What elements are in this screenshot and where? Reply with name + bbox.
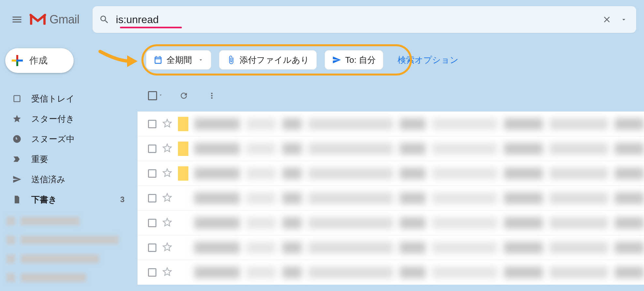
sidebar-item-starred[interactable]: スター付き (0, 109, 138, 129)
gmail-logo[interactable]: Gmail (29, 13, 80, 26)
chip-label: 全期間 (167, 54, 192, 66)
more-button[interactable] (205, 89, 219, 103)
sidebar-item-label: 受信トレイ (31, 93, 75, 104)
mail-row[interactable] (138, 136, 644, 161)
row-checkbox[interactable] (148, 145, 156, 153)
filter-chip-attachment[interactable]: 添付ファイルあり (219, 50, 317, 70)
filter-chip-date[interactable]: 全期間 (146, 50, 211, 70)
search-icon (99, 14, 110, 25)
sidebar-item-label: 重要 (31, 154, 48, 165)
chip-label: 添付ファイルあり (240, 54, 309, 66)
row-checkbox[interactable] (148, 169, 156, 178)
hamburger-icon (11, 14, 23, 25)
row-content-blurred (194, 265, 644, 280)
importance-marker[interactable] (178, 191, 188, 205)
sidebar-item-sent[interactable]: 送信済み (0, 169, 138, 189)
sidebar-item-inbox[interactable]: 受信トレイ (0, 89, 138, 109)
star-outline-icon (162, 118, 172, 128)
attachment-icon (227, 55, 236, 64)
select-all-control[interactable] (148, 91, 163, 100)
select-dropdown[interactable] (158, 93, 163, 99)
filter-chip-to-me[interactable]: To: 自分 (325, 50, 383, 70)
hamburger-menu-button[interactable] (8, 10, 26, 29)
search-options-dropdown-button[interactable] (616, 12, 632, 27)
row-checkbox[interactable] (148, 243, 156, 252)
more-vert-icon (207, 91, 216, 100)
mail-row[interactable] (138, 235, 644, 260)
clear-search-button[interactable] (599, 12, 615, 27)
content-area: 全期間 添付ファイルあり To: 自分 検索オプション (138, 39, 644, 291)
row-star-button[interactable] (162, 267, 172, 278)
search-input[interactable] (116, 14, 598, 26)
svg-rect-0 (30, 15, 32, 25)
caret-down-icon (620, 16, 627, 23)
search-bar[interactable] (93, 6, 636, 33)
refresh-button[interactable] (177, 89, 191, 103)
mail-row[interactable] (138, 186, 644, 211)
sidebar-item-snoozed[interactable]: スヌーズ中 (0, 129, 138, 149)
mail-row[interactable] (138, 260, 644, 285)
plus-icon (12, 55, 23, 66)
row-star-button[interactable] (162, 118, 172, 130)
svg-rect-1 (43, 15, 46, 25)
star-outline-icon (162, 242, 172, 252)
star-outline-icon (162, 143, 172, 153)
gmail-logo-text: Gmail (50, 13, 80, 26)
row-content-blurred (194, 117, 644, 131)
star-outline-icon (162, 267, 172, 277)
send-icon (12, 175, 22, 184)
compose-button[interactable]: 作成 (5, 48, 74, 73)
sidebar-extra-labels-blurred (0, 212, 138, 287)
row-checkbox[interactable] (148, 268, 156, 277)
row-checkbox[interactable] (148, 219, 156, 227)
send-icon (332, 55, 341, 64)
importance-marker[interactable] (178, 241, 188, 255)
mail-row[interactable] (138, 112, 644, 136)
chip-label: To: 自分 (345, 54, 376, 66)
mail-toolbar (138, 86, 644, 105)
mail-list (138, 111, 644, 285)
row-star-button[interactable] (162, 143, 172, 154)
drafts-count: 3 (120, 195, 124, 204)
refresh-icon (179, 91, 188, 100)
star-outline-icon (162, 168, 172, 178)
important-icon (12, 155, 22, 164)
star-icon (12, 114, 22, 123)
close-icon (602, 15, 612, 24)
importance-marker[interactable] (178, 216, 188, 230)
mail-row[interactable] (138, 161, 644, 186)
sidebar-item-label: 送信済み (31, 174, 66, 185)
caret-down-icon (158, 93, 163, 97)
sidebar-item-label: スター付き (31, 113, 75, 125)
sidebar-item-important[interactable]: 重要 (0, 149, 138, 169)
sidebar: 作成 受信トレイ スター付き スヌーズ中 重要 送信済み (0, 39, 138, 291)
sidebar-item-label: スヌーズ中 (31, 133, 75, 145)
importance-marker[interactable] (178, 142, 188, 156)
importance-marker[interactable] (178, 117, 188, 131)
sidebar-item-drafts[interactable]: 下書き 3 (0, 189, 138, 210)
row-content-blurred (194, 241, 644, 255)
row-star-button[interactable] (162, 193, 172, 204)
draft-icon (12, 195, 22, 204)
inbox-icon (12, 94, 22, 103)
importance-marker[interactable] (178, 265, 188, 280)
row-checkbox[interactable] (148, 194, 156, 202)
mail-row[interactable] (138, 211, 644, 235)
sidebar-item-label: 下書き (31, 194, 57, 205)
row-content-blurred (194, 166, 644, 181)
search-options-link[interactable]: 検索オプション (398, 54, 459, 66)
row-star-button[interactable] (162, 168, 172, 179)
row-star-button[interactable] (162, 242, 172, 253)
row-checkbox[interactable] (148, 120, 156, 128)
calendar-icon (154, 55, 163, 64)
caret-down-icon (198, 57, 204, 63)
importance-marker[interactable] (178, 166, 188, 181)
row-star-button[interactable] (162, 217, 172, 229)
gmail-logo-icon (29, 13, 46, 26)
row-content-blurred (194, 142, 644, 156)
sidebar-nav: 受信トレイ スター付き スヌーズ中 重要 送信済み 下書き 3 (0, 89, 138, 210)
filter-chips-row: 全期間 添付ファイルあり To: 自分 検索オプション (138, 48, 644, 72)
clock-icon (12, 134, 22, 144)
compose-label: 作成 (29, 54, 48, 67)
checkbox-icon (148, 91, 157, 100)
